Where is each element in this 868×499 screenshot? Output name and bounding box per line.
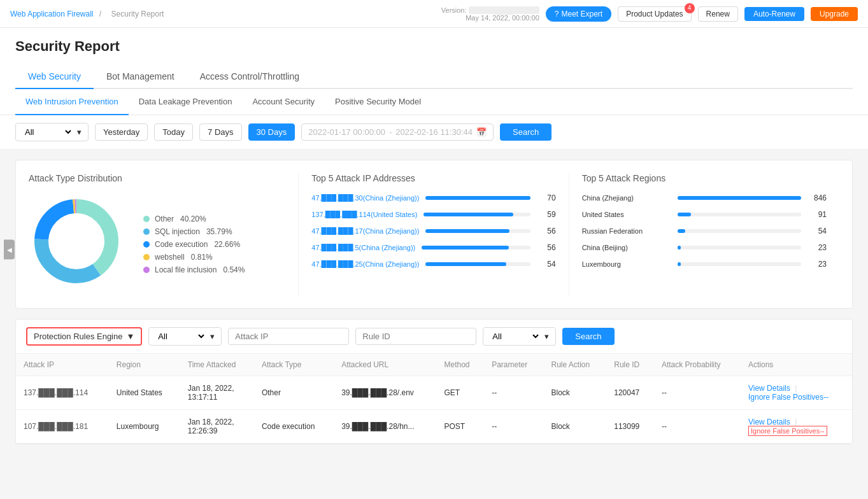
meet-expert-button[interactable]: ? Meet Expert xyxy=(546,6,611,22)
sub-tab-data-leakage[interactable]: Data Leakage Prevention xyxy=(129,89,243,115)
region-value-2: 54 xyxy=(808,227,827,235)
date-start: 2022-01-17 00:00:00 xyxy=(308,127,385,137)
table-body: 137.███.███.114 United States Jan 18, 20… xyxy=(16,376,852,444)
region-label-0[interactable]: China (Zhejiang) xyxy=(582,194,671,202)
cell-attack-type-1: Code execution xyxy=(254,410,334,444)
cell-rule-action-1: Block xyxy=(543,410,606,444)
region-bar-fill-4 xyxy=(678,262,681,266)
legend-item-lfi: Local file inclusion 0.54% xyxy=(143,265,245,274)
table-header-row: Attack IP Region Time Attacked Attack Ty… xyxy=(16,354,852,376)
legend-item-code: Code execution 22.66% xyxy=(143,240,245,249)
region-bar-row-3: China (Beijing) 23 xyxy=(582,243,827,252)
page-title: Security Report xyxy=(15,38,853,55)
col-parameter: Parameter xyxy=(484,354,543,376)
upgrade-button[interactable]: Upgrade xyxy=(811,7,858,21)
cell-region-0: United States xyxy=(109,376,180,410)
view-details-link-0[interactable]: View Details xyxy=(748,384,790,393)
cell-attack-ip-0: 137.███.███.114 xyxy=(16,376,109,410)
30days-button[interactable]: 30 Days xyxy=(248,123,295,141)
cell-probability-1: -- xyxy=(654,410,741,444)
region-label-4[interactable]: Luxembourg xyxy=(582,260,671,268)
chevron-down-icon-3: ▾ xyxy=(544,332,549,341)
col-actions: Actions xyxy=(741,354,852,376)
region-bar-track-1 xyxy=(678,213,801,216)
ip-bar-track-3 xyxy=(422,246,530,250)
rule-id-input[interactable] xyxy=(355,328,476,345)
renew-button[interactable]: Renew xyxy=(698,6,738,22)
sub-tab-account-security[interactable]: Account Security xyxy=(242,89,325,115)
today-button[interactable]: Today xyxy=(154,123,193,141)
col-attacked-url: Attacked URL xyxy=(334,354,436,376)
engine-all-select-input[interactable]: All xyxy=(155,331,206,342)
domain-select[interactable]: All ▾ xyxy=(15,123,89,141)
protection-engine-dropdown[interactable]: Protection Rules Engine ▼ xyxy=(26,327,142,346)
col-attack-probability: Attack Probability xyxy=(654,354,741,376)
date-range-picker[interactable]: 2022-01-17 00:00:00 - 2022-02-16 11:30:4… xyxy=(301,123,494,141)
region-bar-row-0: China (Zhejiang) 846 xyxy=(582,193,827,202)
tab-web-security[interactable]: Web Security xyxy=(15,65,94,89)
region-label-2[interactable]: Russian Federation xyxy=(582,227,671,235)
cell-attack-type-0: Other xyxy=(254,376,334,410)
ip-label-2[interactable]: 47.███.███.17(China (Zhejiang)) xyxy=(311,227,419,235)
attack-distribution-title: Attack Type Distribution xyxy=(29,173,285,183)
ip-bar-track-2 xyxy=(425,229,530,233)
domain-select-input[interactable]: All xyxy=(22,127,73,137)
page-header: Security Report Web Security Bot Managem… xyxy=(0,28,868,89)
table-row: 137.███.███.114 United States Jan 18, 20… xyxy=(16,376,852,410)
attack-distribution-section: Attack Type Distribution xyxy=(29,173,299,295)
top5-ips-title: Top 5 Attack IP Addresses xyxy=(311,173,555,183)
tab-access-control[interactable]: Access Control/Throttling xyxy=(187,65,312,89)
cell-time-0: Jan 18, 2022,13:17:11 xyxy=(180,376,254,410)
donut-chart xyxy=(29,193,131,295)
ignore-false-positives-link-1[interactable]: Ignore False Positives-- xyxy=(748,426,827,436)
status-select[interactable]: All ▾ xyxy=(483,327,556,346)
table-filter-bar: Protection Rules Engine ▼ All ▾ All ▾ Se… xyxy=(16,320,852,354)
top-bar: Web Application Firewall / Security Repo… xyxy=(0,0,868,28)
ip-bar-row-4: 47.███.███.25(China (Zhejiang)) 54 xyxy=(311,260,555,269)
col-rule-id: Rule ID xyxy=(606,354,654,376)
attack-ip-input[interactable] xyxy=(228,328,349,345)
auto-renew-button[interactable]: Auto-Renew xyxy=(744,7,804,21)
ip-label-1[interactable]: 137.███.███.114(United States) xyxy=(311,211,417,218)
cell-url-1: 39.███.███.28/hn... xyxy=(334,410,436,444)
cell-time-1: Jan 18, 2022,12:26:39 xyxy=(180,410,254,444)
product-updates-button[interactable]: Product Updates 4 xyxy=(618,6,691,22)
ip-bar-fill-3 xyxy=(422,246,508,250)
table-search-button[interactable]: Search xyxy=(562,328,614,345)
region-value-1: 91 xyxy=(808,210,827,219)
ip-label-3[interactable]: 47.███.███.5(China (Zhejiang)) xyxy=(311,244,415,251)
sub-tab-web-intrusion[interactable]: Web Intrusion Prevention xyxy=(15,89,129,115)
region-bar-row-1: United States 91 xyxy=(582,210,827,219)
region-value-3: 23 xyxy=(808,243,827,252)
version-label: Version: xyxy=(441,6,467,14)
ignore-false-positives-link-0[interactable]: Ignore False Positives-- xyxy=(748,393,829,402)
ip-label-4[interactable]: 47.███.███.25(China (Zhejiang)) xyxy=(311,260,419,268)
region-label-1[interactable]: United States xyxy=(582,211,671,218)
legend-label-code: Code execution 22.66% xyxy=(155,240,240,249)
sub-tab-positive-security[interactable]: Positive Security Model xyxy=(325,89,431,115)
search-button[interactable]: Search xyxy=(500,123,551,141)
main-content: Attack Type Distribution xyxy=(0,150,868,499)
chart-legend: Other 40.20% SQL injection 35.79% Code e… xyxy=(143,214,245,274)
breadcrumb-parent[interactable]: Web Application Firewall xyxy=(10,10,94,18)
yesterday-button[interactable]: Yesterday xyxy=(95,123,148,141)
sidebar-scroll-hint[interactable]: ◀ xyxy=(4,240,15,260)
status-select-input[interactable]: All xyxy=(490,331,541,342)
region-value-0: 846 xyxy=(808,193,827,202)
7days-button[interactable]: 7 Days xyxy=(199,123,241,141)
ip-bar-row-3: 47.███.███.5(China (Zhejiang)) 56 xyxy=(311,243,555,252)
tab-bot-management[interactable]: Bot Management xyxy=(94,65,187,89)
engine-all-select[interactable]: All ▾ xyxy=(148,327,222,346)
product-updates-badge: 4 xyxy=(685,3,695,13)
cell-rule-id-0: 120047 xyxy=(606,376,654,410)
cell-param-0: -- xyxy=(484,376,543,410)
region-label-3[interactable]: China (Beijing) xyxy=(582,244,671,251)
question-icon: ? xyxy=(555,10,559,18)
cell-actions-0: View Details | Ignore False Positives-- xyxy=(741,376,852,410)
cell-method-1: POST xyxy=(437,410,485,444)
cell-attack-ip-1: 107.███.███.181 xyxy=(16,410,109,444)
ip-bar-fill-4 xyxy=(425,262,506,266)
ip-value-3: 56 xyxy=(537,243,556,252)
ip-label-0[interactable]: 47.███.███.30(China (Zhejiang)) xyxy=(311,194,419,202)
view-details-link-1[interactable]: View Details xyxy=(748,418,790,426)
